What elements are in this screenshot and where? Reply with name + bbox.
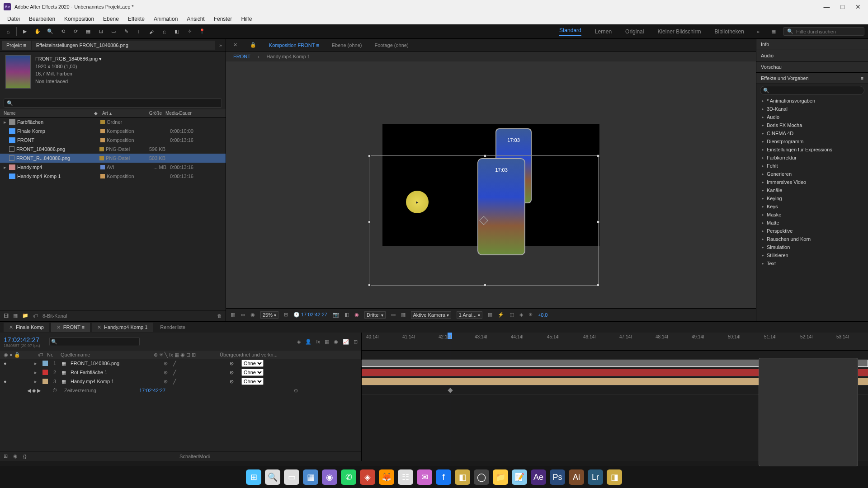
switches-modes[interactable]: Schalter/Modi bbox=[179, 454, 210, 459]
col-art[interactable]: Art ▴ bbox=[102, 111, 138, 116]
effect-category[interactable]: Rauschen und Korn bbox=[756, 235, 868, 243]
workspace-lernen[interactable]: Lernen bbox=[595, 28, 612, 35]
new-folder-icon[interactable]: 📁 bbox=[22, 313, 28, 319]
project-item[interactable]: FRONT_R...840886.pngPNG-Datei503 KB bbox=[0, 154, 226, 163]
interpret-icon[interactable]: 🎞 bbox=[4, 313, 9, 319]
tl-shy-icon[interactable]: 👤 bbox=[305, 339, 311, 345]
anchor-point-icon[interactable] bbox=[479, 216, 488, 225]
col-label[interactable]: ◆ bbox=[94, 111, 102, 116]
comp-tab[interactable]: Ebene (ohne) bbox=[328, 41, 366, 50]
show-channel-icon[interactable]: ◧ bbox=[344, 312, 349, 318]
channel-icon[interactable]: ◉ bbox=[250, 312, 255, 318]
transparent-icon[interactable]: ▦ bbox=[401, 312, 406, 318]
project-item[interactable]: FRONT_1840886.pngPNG-Datei596 KB bbox=[0, 145, 226, 154]
menu-ebene[interactable]: Ebene bbox=[99, 16, 123, 22]
taskbar-folder[interactable]: 📁 bbox=[493, 469, 508, 485]
timeline-tab[interactable]: ✕ FRONT ≡ bbox=[51, 323, 90, 332]
shape-tool-icon[interactable]: ▭ bbox=[109, 27, 118, 36]
flow-current[interactable]: FRONT bbox=[233, 54, 250, 59]
flow-other[interactable]: Handy.mp4 Komp 1 bbox=[267, 54, 310, 59]
taskbar-search[interactable]: 🔍 bbox=[265, 469, 280, 485]
taskbar-lr[interactable]: Lr bbox=[588, 469, 603, 485]
effect-category[interactable]: Einstellungen für Expressions bbox=[756, 145, 868, 154]
keyframe-icon[interactable] bbox=[448, 388, 453, 393]
trash-icon[interactable]: 🗑 bbox=[217, 313, 222, 319]
orbit-tool-icon[interactable]: ⟲ bbox=[58, 27, 67, 36]
comp-tab[interactable]: Komposition FRONT ≡ bbox=[265, 41, 323, 50]
minimize-button[interactable]: — bbox=[824, 3, 830, 10]
effect-category[interactable]: Matte bbox=[756, 219, 868, 227]
tl-graph-icon[interactable]: 📈 bbox=[343, 339, 349, 345]
workspace-kleiner-bildschirm[interactable]: Kleiner Bildschirm bbox=[657, 28, 701, 35]
bitdepth[interactable]: 8-Bit-Kanal bbox=[42, 313, 67, 319]
col-name[interactable]: Name bbox=[4, 111, 94, 116]
snapshot-icon[interactable]: 📷 bbox=[333, 312, 339, 318]
rotate-tool-icon[interactable]: ⟳ bbox=[71, 27, 80, 36]
panel-expand-icon[interactable]: » bbox=[216, 42, 226, 48]
timeline-tab[interactable]: Renderliste bbox=[155, 323, 191, 332]
project-item[interactable]: FRONTKomposition0:00:13:16 bbox=[0, 136, 226, 145]
taskbar-app5[interactable]: ◨ bbox=[607, 469, 622, 485]
toggle-mask-icon[interactable]: ▭ bbox=[241, 312, 245, 318]
taskbar-messenger[interactable]: ✉ bbox=[417, 469, 432, 485]
menu-effekte[interactable]: Effekte bbox=[123, 16, 149, 22]
new-comp-icon[interactable]: ▦ bbox=[13, 313, 18, 319]
selection-box[interactable] bbox=[369, 155, 599, 286]
effect-controls-tab[interactable]: Effekteinstellungen FRONT_1840886.png bbox=[32, 41, 215, 50]
comp-close-icon[interactable]: ✕ bbox=[230, 40, 241, 50]
tl-opt2-icon[interactable]: {} bbox=[23, 454, 26, 459]
roto-tool-icon[interactable]: ✧ bbox=[185, 27, 194, 36]
views-dropdown[interactable]: 1 Ansi... ▾ bbox=[457, 311, 482, 319]
effect-category[interactable]: Farbkorrektur bbox=[756, 154, 868, 162]
hand-tool-icon[interactable]: ✋ bbox=[33, 27, 42, 36]
comp-tab[interactable]: Footage (ohne) bbox=[371, 41, 412, 50]
effect-category[interactable]: Keying bbox=[756, 194, 868, 202]
zoom-tool-icon[interactable]: 🔍 bbox=[46, 27, 55, 36]
comp-flow-icon[interactable]: ◈ bbox=[519, 312, 523, 318]
menu-bearbeiten[interactable]: Bearbeiten bbox=[24, 16, 60, 22]
effect-category[interactable]: Generieren bbox=[756, 170, 868, 178]
tl-brain-icon[interactable]: ⊡ bbox=[354, 339, 358, 345]
menu-datei[interactable]: Datei bbox=[3, 16, 24, 22]
workspace-bibliotheken[interactable]: Bibliotheken bbox=[714, 28, 744, 35]
project-search-input[interactable] bbox=[4, 99, 222, 108]
taskbar-facebook[interactable]: f bbox=[436, 469, 451, 485]
taskbar-ps[interactable]: Ps bbox=[550, 469, 565, 485]
res-icon[interactable]: ⊞ bbox=[284, 312, 288, 318]
menu-komposition[interactable]: Komposition bbox=[60, 16, 99, 22]
parent-dropdown[interactable]: Ohne bbox=[241, 369, 264, 376]
viewer-timecode[interactable]: 🕐 17:02:42:27 bbox=[293, 312, 327, 318]
tl-comp-icon[interactable]: ◈ bbox=[297, 339, 301, 345]
taskbar-whatsapp[interactable]: ✆ bbox=[341, 469, 356, 485]
timeline-tab[interactable]: ✕ Handy.mp4 Komp 1 bbox=[92, 323, 153, 332]
effect-category[interactable]: 3D-Kanal bbox=[756, 105, 868, 113]
project-item[interactable]: ▸FarbflächenOrdner bbox=[0, 117, 226, 127]
pen-tool-icon[interactable]: ✎ bbox=[122, 27, 131, 36]
brush-tool-icon[interactable]: 🖌 bbox=[147, 27, 156, 36]
render-icon[interactable]: ✳ bbox=[528, 312, 533, 318]
workspace-toggle-icon[interactable]: ▦ bbox=[771, 28, 776, 34]
roi-icon[interactable]: ▭ bbox=[391, 312, 396, 318]
effect-category[interactable]: Simulation bbox=[756, 243, 868, 251]
effect-category[interactable]: Keys bbox=[756, 202, 868, 211]
menu-fenster[interactable]: Fenster bbox=[209, 16, 237, 22]
taskbar-ae[interactable]: Ae bbox=[531, 469, 546, 485]
effect-category[interactable]: Immersives Video bbox=[756, 178, 868, 186]
audio-panel-head[interactable]: Audio bbox=[756, 50, 868, 61]
flow-back-icon[interactable]: ‹ bbox=[258, 54, 259, 59]
help-search-input[interactable] bbox=[796, 29, 860, 34]
toggle-switches-icon[interactable]: ⊞ bbox=[4, 453, 8, 459]
project-item[interactable]: Handy.mp4 Komp 1Komposition0:00:13:16 bbox=[0, 172, 226, 181]
taskbar-firefox[interactable]: 🦊 bbox=[379, 469, 394, 485]
layer-row[interactable]: ●▸1▦FRONT_1840886.png⊛ ╱⊙Ohne bbox=[0, 359, 361, 368]
workspace-standard[interactable]: Standard bbox=[559, 27, 581, 36]
puppet-tool-icon[interactable]: 📍 bbox=[198, 27, 207, 36]
taskbar-ai[interactable]: Ai bbox=[569, 469, 584, 485]
parent-dropdown[interactable]: Ohne bbox=[241, 378, 264, 385]
layer-row[interactable]: ●▸3▦Handy.mp4 Komp 1⊛ ╱⊙Ohne bbox=[0, 377, 361, 386]
exposure[interactable]: +0,0 bbox=[538, 312, 548, 318]
layer-property[interactable]: ◀ ◆ ▶⏱Zeitverzerrung17:02:42:27⊙ bbox=[0, 386, 361, 395]
workspace-original[interactable]: Original bbox=[625, 28, 644, 35]
taskbar-app1[interactable]: ◉ bbox=[322, 469, 337, 485]
resolution-dropdown[interactable]: Drittel ▾ bbox=[364, 311, 386, 319]
